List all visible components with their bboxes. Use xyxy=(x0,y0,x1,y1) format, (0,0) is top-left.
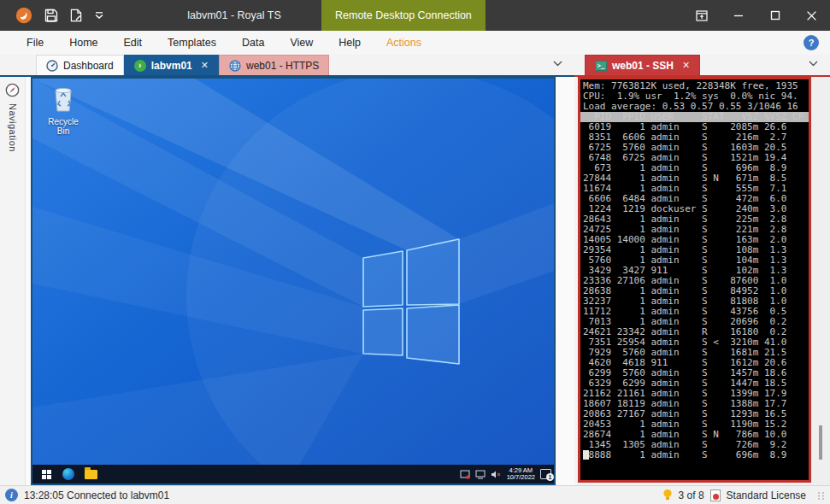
maximize-button[interactable] xyxy=(756,0,793,31)
terminal-scrollbar[interactable] xyxy=(811,77,830,485)
taskbar-clock[interactable]: 4:29 AM 10/7/2022 xyxy=(507,467,535,482)
scrollbar-thumb[interactable] xyxy=(819,425,822,460)
file-explorer-button[interactable] xyxy=(80,465,101,483)
notification-center-icon[interactable]: 1 xyxy=(540,469,551,479)
title-bar: labvm01 - Royal TS Remote Desktop Connec… xyxy=(0,0,830,31)
dashboard-icon xyxy=(46,60,58,72)
recycle-bin-icon xyxy=(50,84,76,113)
edge-icon xyxy=(62,468,74,480)
info-icon: i xyxy=(5,489,18,501)
clock-date: 10/7/2022 xyxy=(507,474,535,482)
start-button[interactable] xyxy=(36,465,56,483)
left-content: Navigation xyxy=(0,77,574,485)
minimize-button[interactable] xyxy=(720,0,756,31)
dock-panel-button[interactable] xyxy=(683,0,720,31)
help-icon[interactable]: ? xyxy=(804,35,819,50)
close-button[interactable] xyxy=(793,0,830,31)
tab-label: labvm01 xyxy=(151,60,192,72)
tab-labvm01[interactable]: › labvm01 ✕ xyxy=(124,55,219,75)
recycle-bin[interactable]: Recycle Bin xyxy=(41,84,85,136)
royal-ts-app-icon[interactable] xyxy=(15,7,32,24)
terminal-info-lines: Mem: 7763812K used, 228348K free, 1935 C… xyxy=(580,81,809,112)
recycle-bin-label: Recycle Bin xyxy=(41,117,85,136)
tab-web01-ssh[interactable]: >_ web01 - SSH ✕ xyxy=(585,55,700,75)
left-tab-dropdown-icon[interactable] xyxy=(553,55,562,70)
menu-item-help[interactable]: Help xyxy=(326,31,374,55)
quick-access-toolbar xyxy=(0,7,147,24)
navigation-label: Navigation xyxy=(8,103,18,152)
quick-access-dropdown-icon[interactable] xyxy=(95,12,103,19)
windows-logo xyxy=(363,239,459,364)
window-title: labvm01 - Royal TS xyxy=(147,9,321,21)
terminal-cursor xyxy=(583,450,589,460)
menu-item-edit[interactable]: Edit xyxy=(111,31,156,55)
remote-desktop-view[interactable]: Recycle Bin xyxy=(31,77,556,485)
tray-window-icon[interactable] xyxy=(460,470,470,479)
tray-volume-icon[interactable] xyxy=(491,470,502,479)
left-pane: Dashboard › labvm01 ✕ web01 - HTTPS Navi… xyxy=(0,55,574,485)
menu-item-data[interactable]: Data xyxy=(229,31,277,55)
license-label[interactable]: Standard License xyxy=(727,489,806,501)
windows-start-icon xyxy=(42,470,51,479)
new-document-button[interactable] xyxy=(70,9,83,22)
resize-grip[interactable] xyxy=(817,491,825,500)
status-bar: i 13:28:05 Connected to labvm01 3 of 8 S… xyxy=(0,485,830,504)
menu-item-home[interactable]: Home xyxy=(56,31,110,55)
compass-icon xyxy=(5,83,20,97)
tray-network-icon[interactable] xyxy=(475,470,486,479)
menu-bar: File Home Edit Templates Data View Help … xyxy=(0,31,830,55)
status-bar-right: 3 of 8 Standard License xyxy=(662,489,825,501)
tab-web01-https[interactable]: web01 - HTTPS xyxy=(219,55,329,75)
tab-label: Dashboard xyxy=(63,60,114,72)
license-icon xyxy=(710,489,721,501)
connection-count: 3 of 8 xyxy=(679,489,704,501)
right-tab-dropdown-icon[interactable] xyxy=(809,55,818,70)
tab-dashboard[interactable]: Dashboard xyxy=(36,55,124,75)
desktop-wallpaper xyxy=(32,79,554,483)
system-tray: 4:29 AM 10/7/2022 1 xyxy=(460,467,554,482)
tab-label: web01 - HTTPS xyxy=(246,60,319,72)
left-tab-strip: Dashboard › labvm01 ✕ web01 - HTTPS xyxy=(0,55,574,77)
menu-item-view[interactable]: View xyxy=(277,31,326,55)
save-button[interactable] xyxy=(44,9,58,22)
window-controls xyxy=(683,0,830,31)
menu-item-actions[interactable]: Actions xyxy=(374,31,434,55)
globe-icon xyxy=(229,60,241,72)
menu-item-file[interactable]: File xyxy=(14,31,56,55)
status-message: 13:28:05 Connected to labvm01 xyxy=(24,489,169,501)
bulb-icon[interactable] xyxy=(662,489,673,501)
terminal-icon: >_ xyxy=(595,61,607,71)
taskbar: 4:29 AM 10/7/2022 1 xyxy=(32,465,554,483)
file-explorer-icon xyxy=(85,470,97,479)
tab-close-icon[interactable]: ✕ xyxy=(682,60,690,71)
right-tab-strip: >_ web01 - SSH ✕ xyxy=(574,55,830,77)
notification-badge: 1 xyxy=(546,473,554,481)
terminal-process-rows: 6019 1 admin S 2085m 26.6 8351 6606 admi… xyxy=(580,122,809,460)
ssh-terminal[interactable]: Mem: 7763812K used, 228348K free, 1935 C… xyxy=(578,77,811,483)
workspace: Dashboard › labvm01 ✕ web01 - HTTPS Navi… xyxy=(0,55,830,485)
navigation-strip[interactable]: Navigation xyxy=(0,77,26,485)
menu-item-templates[interactable]: Templates xyxy=(155,31,229,55)
tab-label: web01 - SSH xyxy=(612,60,674,72)
connection-type-button[interactable]: Remote Desktop Connection xyxy=(321,0,486,31)
edge-browser-button[interactable] xyxy=(58,465,79,483)
tab-close-icon[interactable]: ✕ xyxy=(201,60,209,71)
rdp-connection-icon: › xyxy=(134,60,146,72)
right-pane: >_ web01 - SSH ✕ Mem: 7763812K used, 228… xyxy=(574,55,830,485)
